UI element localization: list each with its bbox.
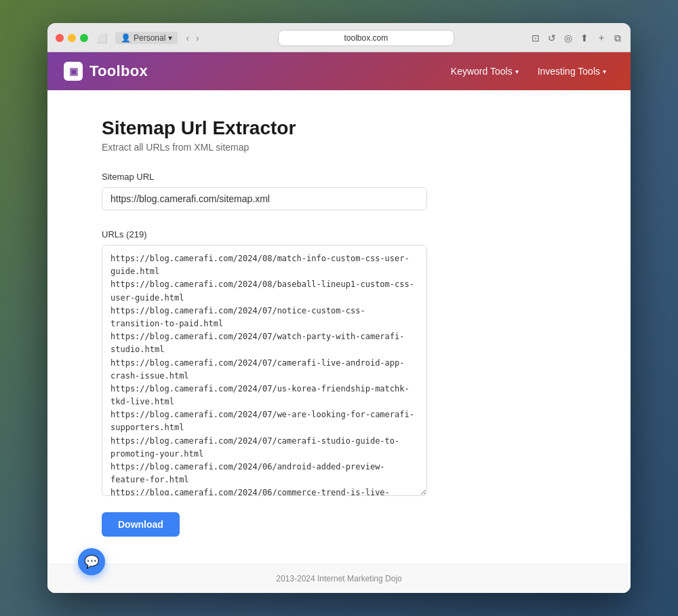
chat-icon: 💬 — [84, 554, 99, 569]
tab-profile[interactable]: 👤 Personal ▾ — [115, 32, 178, 44]
sidebar-toggle-button[interactable]: ⬜ — [94, 32, 110, 45]
maximize-button[interactable] — [80, 34, 88, 42]
browser-chrome: ⬜ 👤 Personal ▾ ‹ › toolbox.com ⊡ ↺ ◎ ⬆ ＋… — [47, 23, 631, 52]
logo-area: ▣ Toolbox — [64, 62, 148, 81]
logo-text: Toolbox — [89, 62, 148, 80]
investing-tools-label: Investing Tools — [538, 66, 600, 77]
new-tab-button[interactable]: ＋ — [595, 31, 607, 45]
address-bar[interactable]: toolbox.com — [278, 30, 454, 46]
sitemap-url-input[interactable] — [102, 187, 427, 210]
forward-button[interactable]: › — [193, 31, 202, 45]
urls-textarea[interactable]: https://blog.camerafi.com/2024/08/match-… — [102, 245, 427, 496]
browser-actions: ⊡ ↺ ◎ ⬆ ＋ ⧉ — [530, 31, 622, 45]
profile-icon: 👤 — [121, 33, 131, 43]
refresh-button[interactable]: ↺ — [546, 31, 557, 45]
tab-label: Personal — [134, 33, 165, 43]
main-content: Sitemap Url Extractor Extract all URLs f… — [47, 90, 631, 564]
footer-text: 2013-2024 Internet Marketing Dojo — [276, 574, 401, 583]
page-subtitle: Extract all URLs from XML sitemap — [102, 142, 576, 153]
page-title: Sitemap Url Extractor — [102, 117, 576, 139]
urls-count-label: URLs (219) — [102, 229, 576, 239]
keyword-tools-label: Keyword Tools — [451, 66, 513, 77]
app-header: ▣ Toolbox Keyword Tools ▾ Investing Tool… — [47, 52, 631, 90]
app-footer: 2013-2024 Internet Marketing Dojo — [47, 564, 631, 593]
investing-tools-nav[interactable]: Investing Tools ▾ — [530, 62, 614, 81]
keyword-tools-nav[interactable]: Keyword Tools ▾ — [443, 62, 527, 81]
chat-bubble-button[interactable]: 💬 — [78, 548, 105, 575]
download-button[interactable]: Download — [102, 512, 180, 537]
chevron-down-icon: ▾ — [168, 33, 172, 43]
logo-icon: ▣ — [64, 62, 83, 81]
tabs-button[interactable]: ⧉ — [613, 31, 622, 45]
share-button[interactable]: ⬆ — [579, 31, 590, 45]
nav-arrows: ‹ › — [183, 31, 201, 45]
close-button[interactable] — [56, 34, 64, 42]
traffic-lights — [56, 34, 88, 42]
reader-mode-button[interactable]: ⊡ — [530, 31, 541, 45]
url-text: toolbox.com — [344, 33, 388, 43]
browser-window: ⬜ 👤 Personal ▾ ‹ › toolbox.com ⊡ ↺ ◎ ⬆ ＋… — [47, 23, 631, 593]
address-bar-container: toolbox.com — [207, 30, 525, 46]
profile-button[interactable]: ◎ — [563, 31, 574, 45]
chevron-down-icon: ▾ — [515, 68, 519, 75]
minimize-button[interactable] — [68, 34, 76, 42]
chevron-down-icon: ▾ — [603, 68, 606, 75]
back-button[interactable]: ‹ — [183, 31, 192, 45]
main-nav: Keyword Tools ▾ Investing Tools ▾ — [443, 62, 614, 81]
app-container: ▣ Toolbox Keyword Tools ▾ Investing Tool… — [47, 52, 631, 593]
sitemap-url-label: Sitemap URL — [102, 172, 576, 182]
